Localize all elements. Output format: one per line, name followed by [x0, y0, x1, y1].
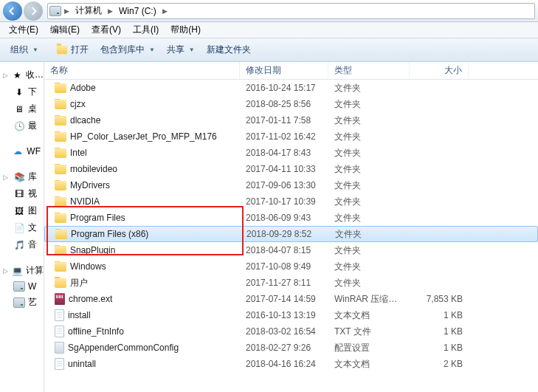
chevron-down-icon: ▼ — [149, 47, 155, 53]
menu-edit[interactable]: 编辑(E) — [44, 22, 86, 38]
sidebar-music[interactable]: 🎵音 — [1, 236, 42, 253]
cell-type: 文件夹 — [328, 244, 410, 257]
table-row[interactable]: SnapPlugin2018-04-07 8:15文件夹 — [44, 242, 538, 258]
cell-name: MyDrivers — [44, 180, 240, 190]
tool-include-library[interactable]: 包含到库中▼ — [94, 41, 161, 59]
tool-open[interactable]: 打开 — [50, 41, 94, 59]
file-name-label: SnapPlugin — [70, 245, 115, 255]
sidebar-computer[interactable]: ▷💻计算 — [1, 262, 42, 279]
menu-help[interactable]: 帮助(H) — [165, 22, 207, 38]
table-row[interactable]: Windows2017-10-08 9:49文件夹 — [44, 258, 538, 275]
cell-type: 文件夹 — [328, 261, 410, 273]
cell-name: cjzx — [44, 99, 240, 109]
menu-file[interactable]: 文件(E) — [3, 22, 44, 38]
column-type[interactable]: 类型 — [328, 62, 410, 79]
folder-icon — [55, 197, 66, 207]
column-size[interactable]: 大小 — [410, 62, 469, 79]
cell-name: SnapPlugin — [44, 245, 240, 255]
chevron-right-icon[interactable]: ▶ — [106, 7, 114, 15]
file-name-label: unintall — [68, 359, 96, 369]
column-date[interactable]: 修改日期 — [240, 62, 328, 79]
column-name[interactable]: 名称 — [44, 62, 240, 79]
download-icon: ⬇ — [13, 86, 25, 98]
text-file-icon — [55, 309, 64, 321]
cell-name: SgAppenderCommonConfig — [44, 342, 240, 354]
folder-icon — [55, 148, 66, 158]
tool-organize[interactable]: 组织▼ — [4, 41, 44, 59]
table-row[interactable]: chrome.ext2017-07-14 14:59WinRAR 压缩文件7,8… — [44, 291, 538, 307]
crumb-drive[interactable]: Win7 (C:) — [114, 4, 161, 18]
cell-name: HP_Color_LaserJet_Pro_MFP_M176 — [44, 131, 240, 142]
drive-icon — [48, 6, 63, 16]
cell-type: 文件夹 — [328, 131, 410, 143]
table-row[interactable]: unintall2018-04-16 16:24文本文档2 KB — [44, 356, 538, 372]
cell-date: 2016-10-13 13:19 — [240, 310, 328, 320]
table-row[interactable]: NVIDIA2017-10-17 10:39文件夹 — [44, 193, 538, 210]
cell-date: 2017-07-14 14:59 — [240, 294, 328, 304]
crumb-computer[interactable]: 计算机 — [71, 4, 106, 18]
nav-forward-button[interactable] — [24, 1, 43, 21]
folder-icon — [55, 278, 66, 288]
computer-icon: 💻 — [11, 265, 23, 277]
cell-name: dlcache — [44, 115, 240, 125]
table-row[interactable]: offline_FtnInfo2018-03-02 16:54TXT 文件1 K… — [44, 323, 538, 340]
file-name-label: SgAppenderCommonConfig — [68, 343, 179, 353]
table-row[interactable]: 用户2017-11-27 8:11文件夹 — [44, 275, 538, 291]
chevron-down-icon: ▼ — [32, 47, 38, 53]
cell-date: 2018-02-27 9:26 — [240, 343, 328, 353]
table-row[interactable]: Adobe2016-10-24 15:17文件夹 — [44, 80, 538, 96]
table-row[interactable]: Program Files2018-06-09 9:43文件夹 — [44, 210, 538, 226]
chevron-right-icon[interactable]: ▶ — [63, 7, 71, 15]
cell-type: 文件夹 — [328, 98, 410, 111]
cell-size: 2 KB — [410, 359, 469, 369]
table-row[interactable]: Intel2018-04-17 8:43文件夹 — [44, 145, 538, 161]
table-row[interactable]: Program Files (x86)2018-09-29 8:52文件夹 — [44, 226, 538, 242]
nav-back-button[interactable] — [3, 1, 22, 21]
sidebar-videos[interactable]: 🎞视 — [1, 185, 42, 202]
menu-view[interactable]: 查看(V) — [86, 22, 127, 38]
desktop-icon: 🖥 — [13, 103, 25, 115]
tool-share[interactable]: 共享▼ — [161, 41, 201, 59]
sidebar-desktop[interactable]: 🖥桌 — [1, 100, 42, 117]
folder-icon — [55, 100, 66, 109]
file-name-label: dlcache — [70, 115, 100, 125]
sidebar-pictures[interactable]: 🖼图 — [1, 202, 42, 219]
recent-icon: 🕓 — [13, 120, 25, 132]
picture-icon: 🖼 — [13, 205, 25, 217]
sidebar-documents[interactable]: 📄文 — [1, 219, 42, 236]
cell-type: 文件夹 — [328, 196, 410, 208]
drive-icon — [13, 281, 25, 292]
cell-date: 2017-11-27 8:11 — [240, 278, 328, 288]
sidebar-drive-c[interactable]: W — [1, 279, 42, 294]
table-row[interactable]: dlcache2017-01-11 7:58文件夹 — [44, 112, 538, 128]
sidebar-recent[interactable]: 🕓最 — [1, 117, 42, 134]
text-file-icon — [55, 326, 64, 337]
table-row[interactable]: HP_Color_LaserJet_Pro_MFP_M1762017-11-02… — [44, 128, 538, 145]
tool-new-folder[interactable]: 新建文件夹 — [201, 41, 257, 59]
cell-type: WinRAR 压缩文件 — [328, 293, 410, 306]
sidebar-downloads[interactable]: ⬇下 — [1, 83, 42, 100]
table-row[interactable]: SgAppenderCommonConfig2018-02-27 9:26配置设… — [44, 340, 538, 356]
table-row[interactable]: mobilevideo2017-04-11 10:33文件夹 — [44, 161, 538, 177]
main-area: ▷★收… ⬇下 🖥桌 🕓最 ☁WF ▷📚库 🎞视 🖼图 📄文 🎵音 ▷💻计算 W… — [0, 62, 538, 392]
chevron-right-icon[interactable]: ▶ — [161, 7, 169, 15]
sidebar-drive-d[interactable]: 艺 — [1, 294, 42, 311]
cell-date: 2017-04-11 10:33 — [240, 164, 328, 174]
file-name-label: install — [68, 310, 91, 320]
sidebar-favorites[interactable]: ▷★收… — [1, 66, 42, 83]
table-row[interactable]: cjzx2018-08-25 8:56文件夹 — [44, 96, 538, 112]
cell-date: 2017-09-06 13:30 — [240, 180, 328, 190]
menu-tools[interactable]: 工具(I) — [127, 22, 165, 38]
table-row[interactable]: MyDrivers2017-09-06 13:30文件夹 — [44, 177, 538, 193]
breadcrumb[interactable]: ▶ 计算机 ▶ Win7 (C:) ▶ — [47, 3, 535, 19]
cell-size: 1 KB — [410, 343, 469, 353]
cell-type: 文本文档 — [328, 358, 410, 371]
cell-type: 配置设置 — [328, 342, 410, 354]
table-row[interactable]: install2016-10-13 13:19文本文档1 KB — [44, 307, 538, 323]
cell-name: mobilevideo — [44, 164, 240, 174]
file-list[interactable]: 名称 修改日期 类型 大小 Adobe2016-10-24 15:17文件夹cj… — [44, 62, 538, 392]
sidebar-library[interactable]: ▷📚库 — [1, 168, 42, 185]
sidebar-wps[interactable]: ☁WF — [1, 143, 42, 159]
cell-name: unintall — [44, 358, 240, 370]
folder-icon — [55, 83, 66, 93]
